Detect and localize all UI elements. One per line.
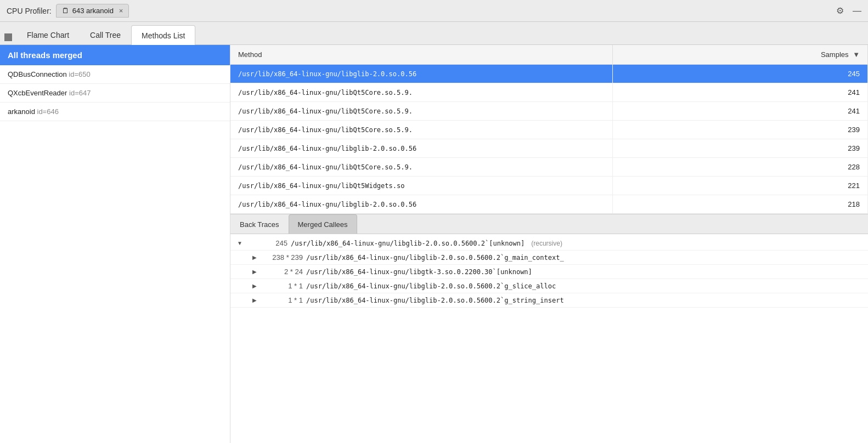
method-cell: /usr/lib/x86_64-linux-gnu/libglib-2.0.so…: [230, 139, 613, 158]
trace-root-row[interactable]: ▼ 245 /usr/lib/x86_64-linux-gnu/libglib-…: [230, 236, 868, 251]
methods-table: Method Samples ▼ /usr/lib/x86_64-linux-g…: [230, 45, 868, 214]
method-cell: /usr/lib/x86_64-linux-gnu/libQt5Widgets.…: [230, 177, 613, 195]
methods-tbody: /usr/lib/x86_64-linux-gnu/libglib-2.0.so…: [230, 65, 868, 214]
title-bar-icons: ⚙ —: [836, 5, 861, 16]
samples-cell: 228: [613, 158, 868, 177]
title-bar-left: CPU Profiler: 🗒 643 arkanoid ×: [7, 4, 129, 18]
sidebar-item-arkanoid[interactable]: arkanoid id=646: [0, 103, 230, 121]
sidebar: All threads merged QDBusConnection id=65…: [0, 45, 230, 443]
child-count: 1 * 1: [264, 282, 303, 290]
method-cell: /usr/lib/x86_64-linux-gnu/libQt5Core.so.…: [230, 121, 613, 139]
samples-cell: 241: [613, 83, 868, 102]
tab-back-traces[interactable]: Back Traces: [230, 214, 289, 234]
settings-icon[interactable]: ⚙: [836, 5, 844, 16]
trace-tree: ▼ 245 /usr/lib/x86_64-linux-gnu/libglib-…: [230, 234, 868, 443]
method-cell: /usr/lib/x86_64-linux-gnu/libglib-2.0.so…: [230, 65, 613, 83]
panel-icon: [4, 33, 12, 41]
sort-arrow-icon: ▼: [853, 50, 860, 59]
table-row[interactable]: /usr/lib/x86_64-linux-gnu/libQt5Core.so.…: [230, 83, 868, 102]
tab-file-icon: 🗒: [62, 7, 69, 15]
expand-child-icon[interactable]: ▶: [252, 297, 261, 303]
bottom-tabs: Back Traces Merged Callees: [230, 214, 868, 234]
tab-title: 643 arkanoid: [72, 7, 114, 15]
title-bar: CPU Profiler: 🗒 643 arkanoid × ⚙ —: [0, 0, 868, 22]
child-method: /usr/lib/x86_64-linux-gnu/libglib-2.0.so…: [306, 297, 564, 304]
tab-flame-chart[interactable]: Flame Chart: [16, 25, 80, 44]
table-row[interactable]: /usr/lib/x86_64-linux-gnu/libQt5Core.so.…: [230, 158, 868, 177]
samples-cell: 241: [613, 102, 868, 121]
trace-children: ▶238 * 239/usr/lib/x86_64-linux-gnu/libg…: [230, 251, 868, 308]
right-panel: Method Samples ▼ /usr/lib/x86_64-linux-g…: [230, 45, 868, 443]
samples-cell: 218: [613, 195, 868, 214]
table-row[interactable]: /usr/lib/x86_64-linux-gnu/libQt5Core.so.…: [230, 102, 868, 121]
samples-cell: 239: [613, 121, 868, 139]
tab-merged-callees[interactable]: Merged Callees: [289, 214, 357, 234]
expand-root-icon[interactable]: ▼: [237, 240, 246, 246]
method-column-header[interactable]: Method: [230, 45, 613, 65]
child-count: 2 * 24: [264, 268, 303, 276]
child-count: 238 * 239: [264, 253, 303, 262]
main-content: All threads merged QDBusConnection id=65…: [0, 45, 868, 443]
table-row[interactable]: /usr/lib/x86_64-linux-gnu/libQt5Core.so.…: [230, 121, 868, 139]
tab-methods-list[interactable]: Methods List: [131, 25, 195, 45]
tabs-row: Flame Chart Call Tree Methods List: [0, 22, 868, 45]
trace-child-row[interactable]: ▶238 * 239/usr/lib/x86_64-linux-gnu/libg…: [230, 251, 868, 265]
minimize-icon[interactable]: —: [853, 6, 861, 16]
table-row[interactable]: /usr/lib/x86_64-linux-gnu/libglib-2.0.so…: [230, 195, 868, 214]
trace-child-row[interactable]: ▶1 * 1/usr/lib/x86_64-linux-gnu/libglib-…: [230, 293, 868, 308]
sidebar-item-qdbusconnection[interactable]: QDBusConnection id=650: [0, 65, 230, 84]
trace-child-row[interactable]: ▶1 * 1/usr/lib/x86_64-linux-gnu/libglib-…: [230, 279, 868, 293]
samples-cell: 245: [613, 65, 868, 83]
method-cell: /usr/lib/x86_64-linux-gnu/libglib-2.0.so…: [230, 195, 613, 214]
app-title: CPU Profiler:: [7, 7, 52, 15]
samples-column-header[interactable]: Samples ▼: [613, 45, 868, 65]
root-method: /usr/lib/x86_64-linux-gnu/libglib-2.0.so…: [291, 240, 525, 247]
table-row[interactable]: /usr/lib/x86_64-linux-gnu/libglib-2.0.so…: [230, 65, 868, 83]
all-threads-merged[interactable]: All threads merged: [0, 45, 230, 65]
child-method: /usr/lib/x86_64-linux-gnu/libglib-2.0.so…: [306, 282, 556, 290]
root-count: 245: [249, 239, 288, 247]
expand-child-icon[interactable]: ▶: [252, 269, 261, 275]
samples-cell: 221: [613, 177, 868, 195]
tab-call-tree[interactable]: Call Tree: [80, 25, 131, 44]
trace-child-row[interactable]: ▶2 * 24/usr/lib/x86_64-linux-gnu/libgtk-…: [230, 265, 868, 279]
child-method: /usr/lib/x86_64-linux-gnu/libgtk-3.so.0.…: [306, 268, 532, 276]
child-method: /usr/lib/x86_64-linux-gnu/libglib-2.0.so…: [306, 254, 564, 262]
method-cell: /usr/lib/x86_64-linux-gnu/libQt5Core.so.…: [230, 102, 613, 121]
table-row[interactable]: /usr/lib/x86_64-linux-gnu/libQt5Widgets.…: [230, 177, 868, 195]
child-count: 1 * 1: [264, 296, 303, 304]
samples-cell: 239: [613, 139, 868, 158]
sidebar-item-qxcbeventreader[interactable]: QXcbEventReader id=647: [0, 84, 230, 103]
expand-child-icon[interactable]: ▶: [252, 283, 261, 289]
table-header-row: Method Samples ▼: [230, 45, 868, 65]
method-cell: /usr/lib/x86_64-linux-gnu/libQt5Core.so.…: [230, 83, 613, 102]
bottom-panel: Back Traces Merged Callees ▼ 245 /usr/li…: [230, 214, 868, 443]
recursive-label: (recursive): [531, 240, 562, 247]
tab-close-icon[interactable]: ×: [119, 7, 123, 15]
profiler-tab[interactable]: 🗒 643 arkanoid ×: [56, 4, 129, 18]
expand-child-icon[interactable]: ▶: [252, 254, 261, 260]
method-cell: /usr/lib/x86_64-linux-gnu/libQt5Core.so.…: [230, 158, 613, 177]
table-row[interactable]: /usr/lib/x86_64-linux-gnu/libglib-2.0.so…: [230, 139, 868, 158]
